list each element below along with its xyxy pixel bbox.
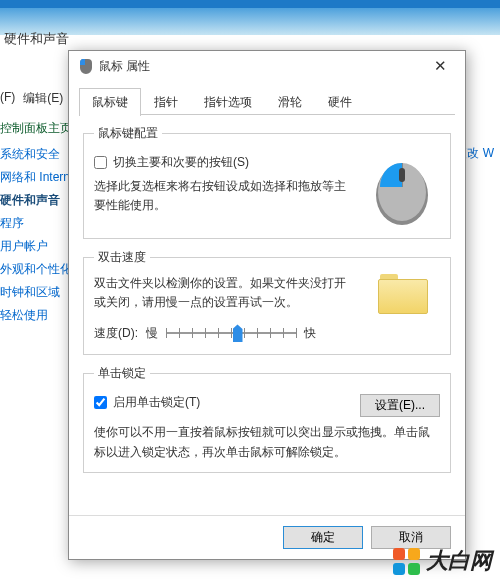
control-panel-menu: (F) 编辑(E) [0,90,63,107]
swap-buttons-checkbox[interactable] [94,156,107,169]
svg-rect-2 [399,168,405,182]
clicklock-settings-button[interactable]: 设置(E)... [360,394,440,417]
group-click-lock-legend: 单击锁定 [94,365,150,382]
tab-0[interactable]: 鼠标键 [79,88,141,116]
control-panel-title: 硬件和声音 [4,30,69,48]
double-click-desc: 双击文件夹以检测你的设置。如果文件夹没打开或关闭，请用慢一点的设置再试一次。 [94,274,354,312]
swap-buttons-label: 切换主要和次要的按钮(S) [113,154,249,171]
group-double-click-legend: 双击速度 [94,249,150,266]
tab-4[interactable]: 硬件 [315,88,365,116]
swap-buttons-desc: 选择此复选框来将右按钮设成如选择和拖放等主要性能使用。 [94,177,354,215]
speed-label: 速度(D): [94,325,138,342]
double-click-speed-slider[interactable] [166,322,296,344]
tab-1[interactable]: 指针 [141,88,191,116]
group-click-lock: 单击锁定 启用单击锁定(T) 设置(E)... 使你可以不用一直按着鼠标按钮就可… [83,365,451,472]
menu-edit[interactable]: 编辑(E) [23,90,63,107]
speed-slow-label: 慢 [146,325,158,342]
dialog-title: 鼠标 属性 [99,58,423,75]
tab-3[interactable]: 滑轮 [265,88,315,116]
dialog-titlebar[interactable]: 鼠标 属性 ✕ [69,51,465,81]
mouse-icon [77,58,93,74]
tab-2[interactable]: 指针选项 [191,88,265,116]
close-button[interactable]: ✕ [423,55,457,77]
swap-buttons-checkbox-row[interactable]: 切换主要和次要的按钮(S) [94,154,354,171]
speed-fast-label: 快 [304,325,316,342]
test-folder-icon[interactable] [378,274,426,312]
menu-file[interactable]: (F) [0,90,15,107]
watermark: 大白网 [393,546,492,576]
group-button-config: 鼠标键配置 切换主要和次要的按钮(S) 选择此复选框来将右按钮设成如选择和拖放等… [83,125,451,239]
group-double-click-speed: 双击速度 双击文件夹以检测你的设置。如果文件夹没打开或关闭，请用慢一点的设置再试… [83,249,451,355]
clicklock-checkbox[interactable] [94,396,107,409]
clicklock-checkbox-row[interactable]: 启用单击锁定(T) [94,394,350,411]
mouse-properties-dialog: 鼠标 属性 ✕ 鼠标键指针指针选项滑轮硬件 鼠标键配置 切换主要和次要的按钮(S… [68,50,466,560]
mouse-illustration [372,150,432,228]
ok-button[interactable]: 确定 [283,526,363,549]
dialog-tabs: 鼠标键指针指针选项滑轮硬件 [69,81,465,115]
clicklock-desc: 使你可以不用一直按着鼠标按钮就可以突出显示或拖拽。单击鼠标以进入锁定状态，再次单… [94,423,440,461]
group-button-config-legend: 鼠标键配置 [94,125,162,142]
clicklock-label: 启用单击锁定(T) [113,394,200,411]
